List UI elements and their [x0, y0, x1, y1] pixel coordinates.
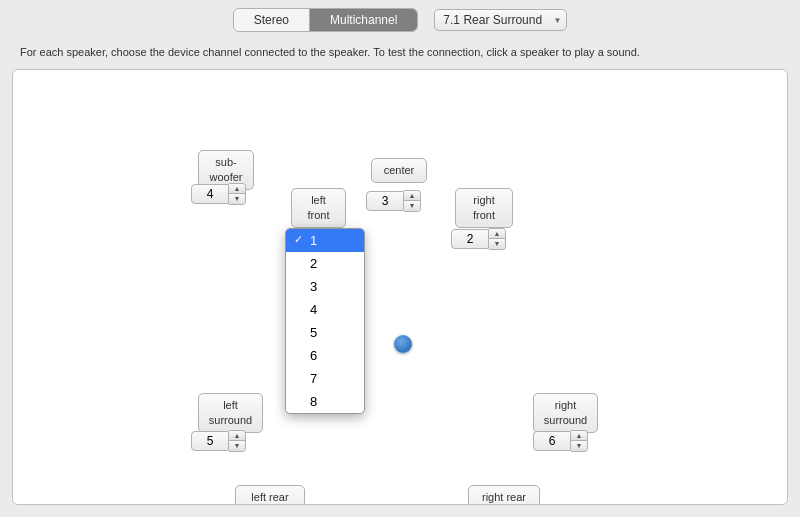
- speaker-layout-area: sub-woofer 4 ▲ ▼ center 3 ▲: [12, 69, 788, 506]
- left-surround-up-button[interactable]: ▲: [229, 431, 245, 441]
- tab-bar: Stereo Multichannel Stereo Multichannel …: [0, 0, 800, 40]
- channel-option-7[interactable]: 7: [286, 367, 364, 390]
- channel-option-2[interactable]: 2: [286, 252, 364, 275]
- channel-option-8[interactable]: 8: [286, 390, 364, 413]
- left-surround-stepper: 5 ▲ ▼: [191, 430, 246, 452]
- right-surround-down-button[interactable]: ▼: [571, 441, 587, 451]
- right-surround-stepper-arrows: ▲ ▼: [571, 430, 588, 452]
- right-surround-channel-select[interactable]: 6: [533, 431, 571, 451]
- right-front-stepper-arrows: ▲ ▼: [489, 228, 506, 250]
- tab-multichannel[interactable]: Multichannel: [310, 9, 417, 31]
- channel-option-5[interactable]: 5: [286, 321, 364, 344]
- center-channel-select[interactable]: 3: [366, 191, 404, 211]
- left-rear-surround-speaker-button[interactable]: left rearsurround: [235, 485, 305, 506]
- left-front-channel-dropdown[interactable]: 1 2 3 4 5 6 7 8: [285, 228, 365, 414]
- speaker-config-select[interactable]: Stereo Multichannel 5.1 Surround 7.1 Rea…: [434, 9, 567, 31]
- speaker-layout: sub-woofer 4 ▲ ▼ center 3 ▲: [13, 70, 787, 505]
- center-up-button[interactable]: ▲: [404, 191, 420, 201]
- subwoofer-up-button[interactable]: ▲: [229, 184, 245, 194]
- right-surround-stepper: 6 ▲ ▼: [533, 430, 588, 452]
- right-front-down-button[interactable]: ▼: [489, 239, 505, 249]
- center-speaker-button[interactable]: center: [371, 158, 427, 183]
- description-text: For each speaker, choose the device chan…: [0, 40, 800, 69]
- center-stepper: 3 ▲ ▼: [366, 190, 421, 212]
- channel-option-1[interactable]: 1: [286, 229, 364, 252]
- subwoofer-stepper: 4 ▲ ▼: [191, 183, 246, 205]
- right-front-channel-select[interactable]: 2: [451, 229, 489, 249]
- subwoofer-down-button[interactable]: ▼: [229, 194, 245, 204]
- left-surround-down-button[interactable]: ▼: [229, 441, 245, 451]
- right-rear-surround-speaker-button[interactable]: right rearsurround: [468, 485, 540, 506]
- center-stepper-arrows: ▲ ▼: [404, 190, 421, 212]
- center-indicator-dot: [394, 335, 412, 353]
- tab-stereo[interactable]: Stereo: [234, 9, 310, 31]
- left-surround-stepper-arrows: ▲ ▼: [229, 430, 246, 452]
- left-surround-channel-select[interactable]: 5: [191, 431, 229, 451]
- subwoofer-stepper-arrows: ▲ ▼: [229, 183, 246, 205]
- right-front-speaker-button[interactable]: rightfront: [455, 188, 513, 229]
- channel-option-3[interactable]: 3: [286, 275, 364, 298]
- tab-group: Stereo Multichannel: [233, 8, 419, 32]
- channel-option-4[interactable]: 4: [286, 298, 364, 321]
- speaker-config-wrapper: Stereo Multichannel 5.1 Surround 7.1 Rea…: [434, 9, 567, 31]
- window: Stereo Multichannel Stereo Multichannel …: [0, 0, 800, 517]
- right-front-stepper: 2 ▲ ▼: [451, 228, 506, 250]
- right-front-up-button[interactable]: ▲: [489, 229, 505, 239]
- right-surround-speaker-button[interactable]: rightsurround: [533, 393, 598, 434]
- center-down-button[interactable]: ▼: [404, 201, 420, 211]
- subwoofer-channel-select[interactable]: 4: [191, 184, 229, 204]
- speaker-config-dropdown-container: Stereo Multichannel 5.1 Surround 7.1 Rea…: [434, 9, 567, 31]
- left-front-speaker-button[interactable]: leftfront: [291, 188, 346, 229]
- right-surround-up-button[interactable]: ▲: [571, 431, 587, 441]
- channel-option-6[interactable]: 6: [286, 344, 364, 367]
- left-surround-speaker-button[interactable]: leftsurround: [198, 393, 263, 434]
